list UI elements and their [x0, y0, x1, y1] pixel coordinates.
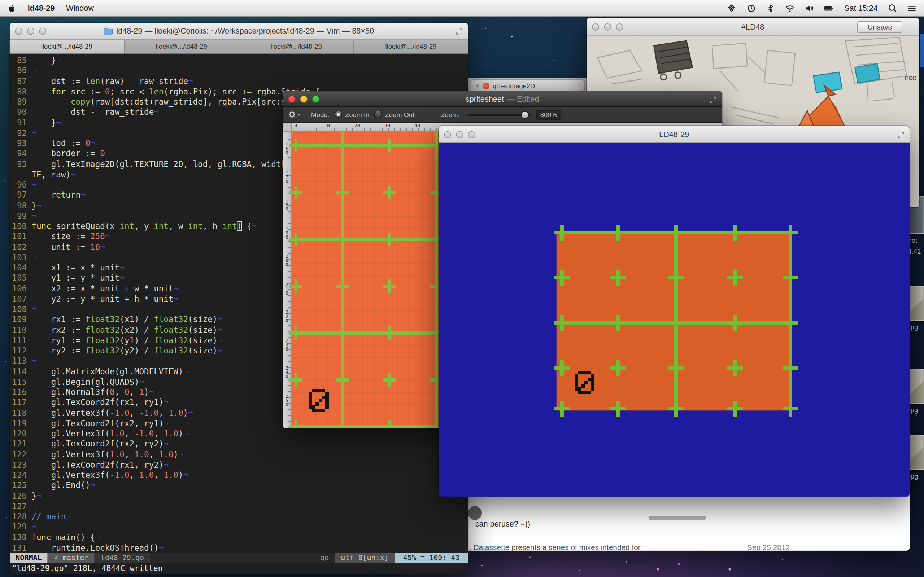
date-text: Sep 25 2012 [747, 543, 790, 551]
spotlight-icon[interactable] [888, 3, 897, 13]
close-button[interactable] [15, 27, 23, 35]
zoom-button[interactable] [312, 95, 320, 102]
tab-title: glTexImage2D [493, 82, 535, 89]
apple-icon[interactable] [7, 3, 16, 13]
zoom-out-radio[interactable]: Zoom Out [374, 111, 415, 119]
code-line: 128 // main¬ [12, 511, 468, 522]
mode-label: Mode: [311, 111, 330, 118]
terminal-tab[interactable]: lloeki@.../ld48-29 [124, 40, 239, 53]
code-line: 85 }¬ [12, 55, 468, 66]
terminal-tab[interactable]: lloeki@.../ld48-29 [10, 40, 124, 53]
code-line: 124 gl.Vertex3f(-1.0, 1.0, 1.0)¬ [12, 470, 468, 480]
status-filetype: go [314, 553, 334, 563]
menu-bar-clock[interactable]: Sat 15:24 [844, 3, 878, 13]
code-line: 125 gl.End()¬ [12, 480, 468, 491]
battery-icon[interactable] [824, 3, 834, 13]
chat-message: can peruse? =)) [475, 519, 530, 528]
ruler-number: 240 [283, 366, 291, 379]
dropbox-icon[interactable] [727, 3, 737, 13]
minimize-button[interactable] [27, 27, 34, 35]
slider-knob[interactable] [521, 111, 529, 119]
minimize-button[interactable] [604, 23, 611, 30]
terminal-tab[interactable]: lloeki@.../ld48-29 [239, 40, 354, 53]
status-spacer [150, 553, 314, 563]
ruler-number: 190 [283, 226, 291, 239]
minimize-button[interactable] [456, 131, 463, 138]
code-line: 87 dst := len(raw) - raw_stride¬ [12, 76, 468, 87]
ruler-number: 30 [384, 123, 390, 129]
desktop-root: hot34.41.jpg.jpg.jpg × glTexImage2D can … [0, 0, 924, 577]
radio-selected-icon [334, 111, 342, 119]
zoom-button[interactable] [39, 27, 46, 35]
app-menu-title[interactable]: ld48-29 [28, 3, 55, 13]
code-line: 126 }¬ [12, 491, 468, 501]
ruler-number: 40 [414, 123, 420, 129]
page-description: . Datassette presents a series of mixes … [469, 543, 903, 551]
ruler-number: 230 [283, 338, 291, 351]
zoom-button[interactable] [616, 23, 624, 30]
wifi-icon[interactable] [785, 3, 795, 13]
fullscreen-icon[interactable] [456, 28, 464, 36]
status-cursor-position: 45% ≡ 100: 43 [394, 553, 468, 563]
zoom-button[interactable] [468, 131, 475, 138]
sprite-quad [557, 232, 791, 411]
vim-message-line: "ld48-29.go" 218L, 4844C written [10, 563, 468, 574]
window-menu[interactable]: Window [66, 3, 94, 13]
window-title: LD48-29 [439, 126, 909, 142]
zoom-value: 800% [536, 110, 561, 119]
code-line: 123 gl.TexCoord2f(rx1, ry2)¬ [12, 460, 468, 470]
ld48-titlebar[interactable]: #LD48 Unsave [586, 18, 919, 36]
fullscreen-icon[interactable] [897, 131, 905, 139]
ruler-number: 20 [354, 123, 360, 129]
desktop-item-partial [920, 34, 924, 67]
window-controls [586, 23, 624, 30]
unsave-button[interactable]: Unsave [858, 21, 902, 33]
code-line: 130 func main() {¬ [12, 532, 468, 543]
git-branch: ∠ master [48, 553, 95, 563]
radio-unselected-icon [374, 111, 382, 119]
close-button[interactable] [444, 131, 451, 138]
document-title: spritesheet [465, 95, 504, 103]
horizontal-scrollbar[interactable] [649, 516, 706, 520]
gear-icon[interactable] [288, 110, 301, 119]
zoom-slider[interactable] [468, 110, 531, 119]
window-title: spritesheet — Edited [283, 91, 722, 106]
browser-tab[interactable]: × glTexImage2D [470, 79, 585, 91]
fullscreen-icon[interactable] [709, 96, 717, 104]
notification-center-icon[interactable] [907, 4, 917, 12]
code-line: 121 gl.TexCoord2f(rx2, ry2)¬ [12, 439, 468, 449]
code-line: 120 gl.Vertex3f(1.0, -1.0, 1.0)¬ [12, 429, 468, 439]
terminal-titlebar[interactable]: ld48-29 — lloeki@Coriolis: ~/Workspace/p… [10, 23, 468, 40]
minimize-button[interactable] [300, 95, 307, 102]
ruler-number: 210 [283, 282, 291, 295]
game-viewport[interactable] [439, 143, 909, 496]
edited-indicator: — Edited [507, 95, 539, 103]
tab-close-icon[interactable]: × [475, 82, 480, 89]
avatar [468, 506, 482, 520]
zoom-in-label: Zoom In [345, 111, 369, 118]
spritesheet-titlebar[interactable]: spritesheet — Edited [283, 91, 722, 107]
menu-bar: ld48-29 Window [0, 0, 924, 17]
window-controls [10, 27, 47, 35]
game-titlebar[interactable]: LD48-29 [439, 126, 909, 143]
spritesheet-toolbar: Mode: Zoom In Zoom Out Zoom: 800% [283, 107, 722, 122]
code-line: 86 ¬ [12, 66, 468, 76]
bluetooth-icon[interactable] [767, 3, 775, 13]
zoom-out-label: Zoom Out [385, 111, 415, 118]
ruler-number: 170 [283, 171, 291, 183]
zoom-in-radio[interactable]: Zoom In [334, 111, 369, 119]
ruler-number: 220 [283, 310, 291, 323]
window-title: ld48-29 — lloeki@Coriolis: ~/Workspace/p… [10, 23, 468, 39]
terminal-tab[interactable]: lloeki@.../ld48-29 [354, 40, 468, 53]
window-controls [439, 131, 475, 138]
status-filename: ld48-29.go [95, 553, 150, 563]
close-button[interactable] [592, 23, 599, 30]
code-line: 129 ¬ [12, 522, 468, 532]
vim-mode-badge: NORMAL [10, 553, 48, 563]
ruler-number: 200 [283, 254, 291, 267]
status-encoding: utf-8[unix] [335, 553, 395, 563]
close-button[interactable] [288, 95, 295, 102]
time-machine-icon[interactable] [747, 3, 756, 13]
volume-icon[interactable] [805, 3, 814, 13]
code-line: 127 ¬ [12, 501, 468, 512]
